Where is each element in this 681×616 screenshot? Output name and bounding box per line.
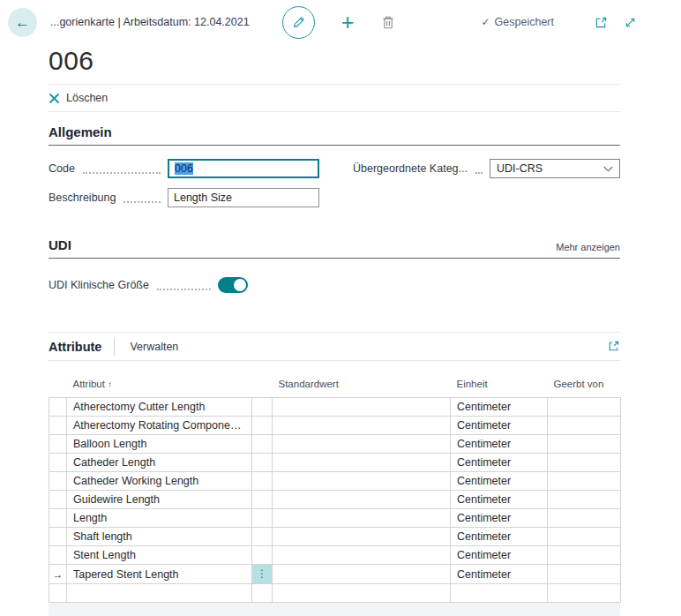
standardwert-cell[interactable]	[273, 435, 451, 454]
row-selector-cell[interactable]	[49, 398, 67, 417]
parent-category-select[interactable]: UDI-CRS	[490, 159, 620, 178]
einheit-cell[interactable]: Centimeter	[451, 491, 548, 509]
row-selector-cell[interactable]	[49, 491, 67, 509]
attribut-cell[interactable]: Shaft length	[67, 528, 252, 546]
show-more-link[interactable]: Mehr anzeigen	[556, 242, 620, 252]
row-selector-cell[interactable]	[49, 509, 67, 528]
table-row[interactable]: Guidewire Length Centimeter	[49, 491, 621, 509]
standardwert-cell[interactable]	[273, 491, 451, 509]
table-row[interactable]: Catheder Length Centimeter	[49, 454, 621, 472]
attribut-cell[interactable]	[67, 584, 252, 603]
record-actions: +	[282, 0, 395, 44]
row-selector-cell[interactable]	[49, 546, 67, 565]
allgemein-heading-row: Allgemein	[49, 124, 620, 146]
row-selector-cell[interactable]	[49, 435, 67, 454]
attribut-cell[interactable]: Stent Length	[67, 546, 252, 565]
einheit-cell[interactable]: Centimeter	[451, 435, 548, 454]
resize-window-button[interactable]	[624, 16, 637, 29]
einheit-cell[interactable]: Centimeter	[451, 472, 548, 491]
einheit-cell[interactable]: Centimeter	[451, 417, 548, 435]
row-menu-cell[interactable]	[252, 528, 273, 546]
geerbt-von-cell[interactable]	[548, 509, 621, 528]
row-menu-cell[interactable]	[252, 509, 273, 528]
standardwert-column-header[interactable]: Standardwert	[273, 377, 451, 398]
table-row[interactable]: Atherectomy Cutter Length Centimeter	[49, 398, 621, 417]
standardwert-cell[interactable]	[273, 472, 451, 491]
verwalten-menu-button[interactable]: Verwalten	[130, 341, 178, 353]
row-menu-cell[interactable]	[252, 454, 273, 472]
attribut-column-header[interactable]: Attribut↑	[67, 377, 252, 398]
geerbt-von-cell[interactable]	[548, 491, 621, 509]
geerbt-von-cell[interactable]	[548, 528, 621, 546]
row-selector-cell[interactable]	[49, 417, 67, 435]
attribut-cell[interactable]: Catheder Working Length	[67, 472, 252, 491]
row-menu-cell[interactable]	[252, 546, 273, 565]
attribut-cell[interactable]: Tapered Stent Length	[67, 565, 252, 584]
geerbt-von-cell[interactable]	[548, 417, 621, 435]
grid-footer	[49, 603, 620, 616]
row-menu-cell[interactable]	[252, 398, 273, 417]
focus-mode-button[interactable]	[607, 340, 620, 353]
einheit-column-header[interactable]: Einheit	[451, 377, 548, 398]
table-row[interactable]: Balloon Length Centimeter	[49, 435, 621, 454]
standardwert-cell[interactable]	[273, 584, 451, 603]
standardwert-cell[interactable]	[273, 398, 451, 417]
row-selector-cell[interactable]	[49, 584, 67, 603]
table-row[interactable]: Stent Length Centimeter	[49, 546, 621, 565]
einheit-cell[interactable]: Centimeter	[451, 509, 548, 528]
geerbt-von-cell[interactable]	[548, 565, 621, 584]
geerbt-von-cell[interactable]	[548, 398, 621, 417]
standardwert-cell[interactable]	[273, 528, 451, 546]
standardwert-cell[interactable]	[273, 454, 451, 472]
edit-button[interactable]	[282, 6, 315, 39]
description-input[interactable]: Length Size	[168, 188, 319, 207]
row-selector-cell[interactable]	[49, 528, 67, 546]
row-selector-cell[interactable]	[49, 472, 67, 491]
geerbt-von-column-header[interactable]: Geerbt von	[548, 377, 621, 398]
attribute-heading: Attribute	[49, 340, 101, 354]
attribut-cell[interactable]: Atherectomy Cutter Length	[67, 398, 252, 417]
einheit-cell[interactable]: Centimeter	[451, 528, 548, 546]
ellipsis-menu-icon[interactable]: ⋮	[257, 567, 267, 580]
row-selector-cell[interactable]	[49, 454, 67, 472]
table-row[interactable]: Shaft length Centimeter	[49, 528, 621, 546]
geerbt-von-cell[interactable]	[548, 546, 621, 565]
standardwert-cell[interactable]	[273, 565, 451, 584]
row-menu-cell[interactable]: ⋮	[252, 565, 273, 584]
table-row[interactable]: → Tapered Stent Length ⋮ Centimeter	[49, 565, 621, 584]
table-row[interactable]: Catheder Working Length Centimeter	[49, 472, 621, 491]
row-selector-cell[interactable]: →	[49, 565, 67, 584]
row-menu-cell[interactable]	[252, 584, 273, 603]
new-record-button[interactable]: +	[337, 10, 358, 35]
standardwert-cell[interactable]	[273, 509, 451, 528]
einheit-cell[interactable]: Centimeter	[451, 546, 548, 565]
row-menu-cell[interactable]	[252, 435, 273, 454]
delete-record-button[interactable]	[381, 15, 395, 30]
attribut-cell[interactable]: Guidewire Length	[67, 491, 252, 509]
delete-action-button[interactable]: Löschen	[49, 92, 108, 104]
code-input[interactable]: 006	[168, 159, 319, 178]
table-row[interactable]: Atherectomy Rotating Component Len… Cent…	[49, 417, 621, 435]
standardwert-cell[interactable]	[273, 546, 451, 565]
geerbt-von-cell[interactable]	[548, 472, 621, 491]
table-row[interactable]: Length Centimeter	[49, 509, 621, 528]
table-row[interactable]	[49, 584, 621, 603]
back-button[interactable]: ←	[8, 8, 37, 37]
geerbt-von-cell[interactable]	[548, 584, 621, 603]
einheit-cell[interactable]: Centimeter	[451, 454, 548, 472]
einheit-cell[interactable]	[451, 584, 548, 603]
attribut-cell[interactable]: Catheder Length	[67, 454, 252, 472]
geerbt-von-cell[interactable]	[548, 454, 621, 472]
open-in-new-window-button[interactable]	[595, 16, 608, 29]
row-menu-cell[interactable]	[252, 417, 273, 435]
geerbt-von-cell[interactable]	[548, 435, 621, 454]
einheit-cell[interactable]: Centimeter	[451, 565, 548, 584]
attribut-cell[interactable]: Length	[67, 509, 252, 528]
udi-clinical-size-toggle[interactable]	[218, 277, 248, 293]
standardwert-cell[interactable]	[273, 417, 451, 435]
row-menu-cell[interactable]	[252, 491, 273, 509]
attribut-cell[interactable]: Balloon Length	[67, 435, 252, 454]
einheit-cell[interactable]: Centimeter	[451, 398, 548, 417]
attribut-cell[interactable]: Atherectomy Rotating Component Len…	[67, 417, 252, 435]
row-menu-cell[interactable]	[252, 472, 273, 491]
